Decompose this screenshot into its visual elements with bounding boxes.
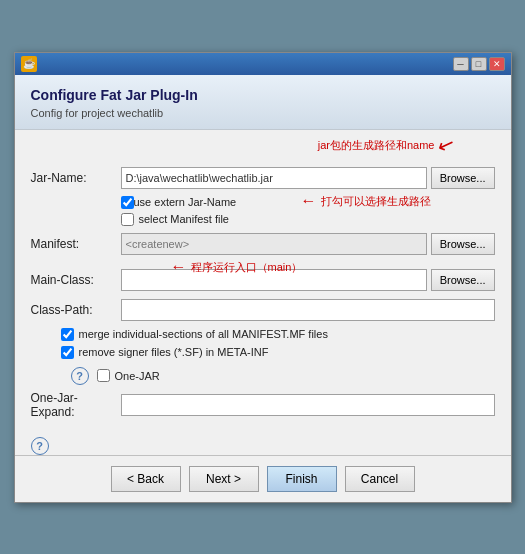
cancel-button[interactable]: Cancel: [345, 466, 415, 492]
one-jar-label: One-JAR: [115, 370, 160, 382]
remove-signer-label: remove signer files (*.SF) in META-INF: [79, 346, 269, 358]
jar-name-label: Jar-Name:: [31, 171, 121, 185]
one-jar-expand-label: One-Jar-Expand:: [31, 391, 121, 419]
minimize-button[interactable]: ─: [453, 57, 469, 71]
manifest-row: Manifest: Browse...: [31, 232, 495, 256]
jar-name-row: Jar-Name: Browse...: [31, 166, 495, 190]
close-button[interactable]: ✕: [489, 57, 505, 71]
select-manifest-checkbox[interactable]: [121, 213, 134, 226]
back-button[interactable]: < Back: [111, 466, 181, 492]
class-path-row: Class-Path:: [31, 298, 495, 322]
bottom-help-icon[interactable]: ?: [31, 437, 49, 455]
manifest-label: Manifest:: [31, 237, 121, 251]
select-manifest-label: select Manifest file: [139, 213, 229, 225]
remove-signer-row: remove signer files (*.SF) in META-INF: [61, 346, 495, 359]
use-extern-annotation: 打勾可以选择生成路径: [321, 194, 431, 209]
manifest-browse-button[interactable]: Browse...: [431, 233, 495, 255]
merge-label: merge individual-sections of all MANIFES…: [79, 328, 328, 340]
dialog-title: Configure Fat Jar Plug-In: [31, 87, 495, 103]
form-content: Jar-Name: Browse... use extern Jar-Name …: [15, 162, 511, 433]
main-window: ☕ ─ □ ✕ Configure Fat Jar Plug-In Config…: [14, 52, 512, 503]
main-class-browse-button[interactable]: Browse...: [431, 269, 495, 291]
app-icon: ☕: [21, 56, 37, 72]
maximize-button[interactable]: □: [471, 57, 487, 71]
use-extern-checkbox[interactable]: [121, 196, 134, 209]
bottom-help-row: ?: [15, 433, 511, 455]
one-jar-row: ? One-JAR: [71, 367, 495, 385]
one-jar-checkbox[interactable]: [97, 369, 110, 382]
jar-path-annotation-area: jar包的生成路径和name ↙: [31, 130, 495, 162]
jar-path-annotation: jar包的生成路径和name: [318, 138, 435, 153]
jar-name-input[interactable]: [121, 167, 427, 189]
class-path-label: Class-Path:: [31, 303, 121, 317]
titlebar: ☕ ─ □ ✕: [15, 53, 511, 75]
footer: < Back Next > Finish Cancel: [15, 455, 511, 502]
dialog-subtitle: Config for project wechatlib: [31, 107, 495, 119]
one-jar-expand-row: One-Jar-Expand:: [31, 391, 495, 419]
main-class-annotation: 程序运行入口（main）: [191, 260, 303, 275]
finish-button[interactable]: Finish: [267, 466, 337, 492]
use-extern-arrow-icon: ←: [301, 192, 317, 210]
one-jar-help-icon[interactable]: ?: [71, 367, 89, 385]
jar-path-arrow-icon: ↙: [434, 129, 458, 157]
main-class-arrow-icon: ←: [171, 258, 187, 276]
next-button[interactable]: Next >: [189, 466, 259, 492]
header-section: Configure Fat Jar Plug-In Config for pro…: [15, 75, 511, 130]
one-jar-expand-input[interactable]: [121, 394, 495, 416]
merge-checkbox[interactable]: [61, 328, 74, 341]
remove-signer-checkbox[interactable]: [61, 346, 74, 359]
use-extern-label: use extern Jar-Name: [134, 196, 237, 208]
main-class-label: Main-Class:: [31, 273, 121, 287]
select-manifest-row: select Manifest file: [121, 213, 495, 226]
window-controls: ─ □ ✕: [453, 57, 505, 71]
use-extern-row: use extern Jar-Name 打勾可以选择生成路径 ←: [121, 196, 495, 209]
merge-row: merge individual-sections of all MANIFES…: [61, 328, 495, 341]
class-path-input[interactable]: [121, 299, 495, 321]
jar-name-browse-button[interactable]: Browse...: [431, 167, 495, 189]
manifest-input[interactable]: [121, 233, 427, 255]
